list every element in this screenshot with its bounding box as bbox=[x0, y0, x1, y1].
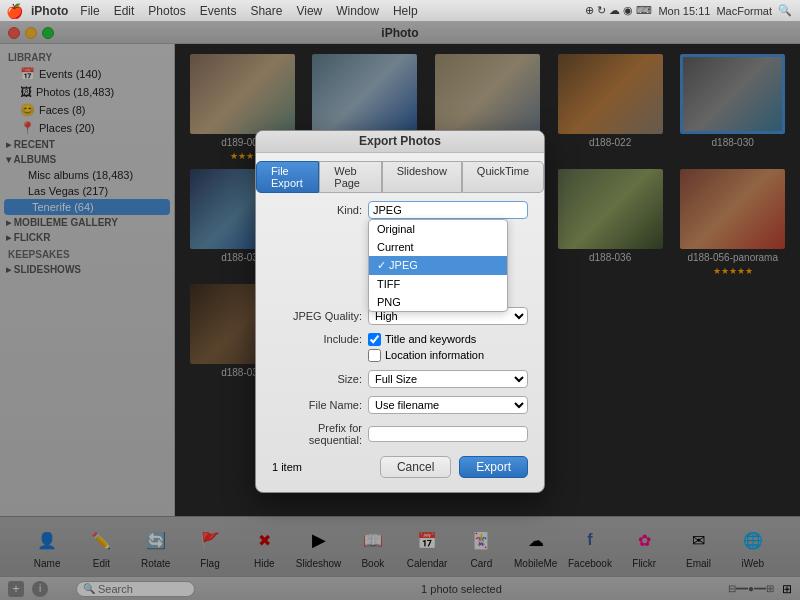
dialog-buttons: Cancel Export bbox=[380, 456, 528, 478]
menu-window[interactable]: Window bbox=[336, 4, 379, 18]
tab-web-page[interactable]: Web Page bbox=[319, 161, 381, 193]
tab-file-export[interactable]: File Export bbox=[256, 161, 319, 193]
size-label: Size: bbox=[272, 373, 362, 385]
prefix-control bbox=[368, 426, 528, 442]
menu-share[interactable]: Share bbox=[250, 4, 282, 18]
cancel-button[interactable]: Cancel bbox=[380, 456, 451, 478]
menu-events[interactable]: Events bbox=[200, 4, 237, 18]
kind-control: JPEG Original Current ✓ JPEG TIFF PNG bbox=[368, 201, 528, 219]
jpeg-quality-label: JPEG Quality: bbox=[272, 310, 362, 322]
size-select[interactable]: Full Size Large Medium Small bbox=[368, 370, 528, 388]
include-row: Include: Title and keywords Location inf… bbox=[256, 329, 544, 366]
item-count: 1 item bbox=[272, 461, 302, 473]
format-label: MacFormat bbox=[716, 5, 772, 17]
checkbox-location-label: Location information bbox=[385, 349, 484, 361]
include-label: Include: bbox=[272, 333, 362, 345]
dialog-footer: 1 item Cancel Export bbox=[256, 450, 544, 478]
kind-row: Kind: JPEG Original Current ✓ JPEG TIFF … bbox=[256, 197, 544, 223]
kind-dropdown-list: Original Current ✓ JPEG TIFF PNG bbox=[368, 219, 508, 312]
search-menubar-icon[interactable]: 🔍 bbox=[778, 4, 792, 17]
menubar-right: ⊕ ↻ ☁ ◉ ⌨ Mon 15:11 MacFormat 🔍 bbox=[585, 4, 792, 17]
size-control: Full Size Large Medium Small bbox=[368, 370, 528, 388]
filename-label: File Name: bbox=[272, 399, 362, 411]
kind-dropdown-trigger[interactable]: JPEG bbox=[368, 201, 528, 219]
app-name[interactable]: iPhoto bbox=[31, 4, 68, 18]
menu-file[interactable]: File bbox=[80, 4, 99, 18]
filename-control: Use filename Sequential Album name bbox=[368, 396, 528, 414]
apple-logo: 🍎 bbox=[6, 3, 23, 19]
export-dialog: Export Photos File Export Web Page Slide… bbox=[255, 130, 545, 493]
checkbox-title-label: Title and keywords bbox=[385, 333, 476, 345]
prefix-input[interactable] bbox=[368, 426, 528, 442]
include-options: Title and keywords Location information bbox=[368, 333, 484, 362]
dd-tiff[interactable]: TIFF bbox=[369, 275, 507, 293]
dd-png[interactable]: PNG bbox=[369, 293, 507, 311]
tab-quicktime[interactable]: QuickTime bbox=[462, 161, 544, 193]
menubar: 🍎 iPhoto File Edit Photos Events Share V… bbox=[0, 0, 800, 22]
time-display: Mon 15:11 bbox=[658, 5, 710, 17]
filename-row: File Name: Use filename Sequential Album… bbox=[256, 392, 544, 418]
dd-jpeg[interactable]: ✓ JPEG bbox=[369, 256, 507, 275]
menu-help[interactable]: Help bbox=[393, 4, 418, 18]
menu-edit[interactable]: Edit bbox=[114, 4, 135, 18]
menu-items: File Edit Photos Events Share View Windo… bbox=[80, 4, 417, 18]
menu-view[interactable]: View bbox=[296, 4, 322, 18]
prefix-label: Prefix for sequential: bbox=[272, 422, 362, 446]
system-icons: ⊕ ↻ ☁ ◉ ⌨ bbox=[585, 4, 652, 17]
dd-original[interactable]: Original bbox=[369, 220, 507, 238]
dialog-titlebar: Export Photos bbox=[256, 131, 544, 153]
checkbox-location[interactable] bbox=[368, 349, 381, 362]
dd-current[interactable]: Current bbox=[369, 238, 507, 256]
dialog-tabs: File Export Web Page Slideshow QuickTime bbox=[256, 153, 544, 197]
export-button[interactable]: Export bbox=[459, 456, 528, 478]
tab-slideshow[interactable]: Slideshow bbox=[382, 161, 462, 193]
kind-value: JPEG bbox=[373, 204, 523, 216]
dialog-title: Export Photos bbox=[359, 134, 441, 148]
filename-select[interactable]: Use filename Sequential Album name bbox=[368, 396, 528, 414]
checkbox-title-keywords[interactable] bbox=[368, 333, 381, 346]
size-row: Size: Full Size Large Medium Small bbox=[256, 366, 544, 392]
dialog-overlay: Export Photos File Export Web Page Slide… bbox=[0, 22, 800, 600]
kind-label: Kind: bbox=[272, 204, 362, 216]
prefix-row: Prefix for sequential: bbox=[256, 418, 544, 450]
menu-photos[interactable]: Photos bbox=[148, 4, 185, 18]
